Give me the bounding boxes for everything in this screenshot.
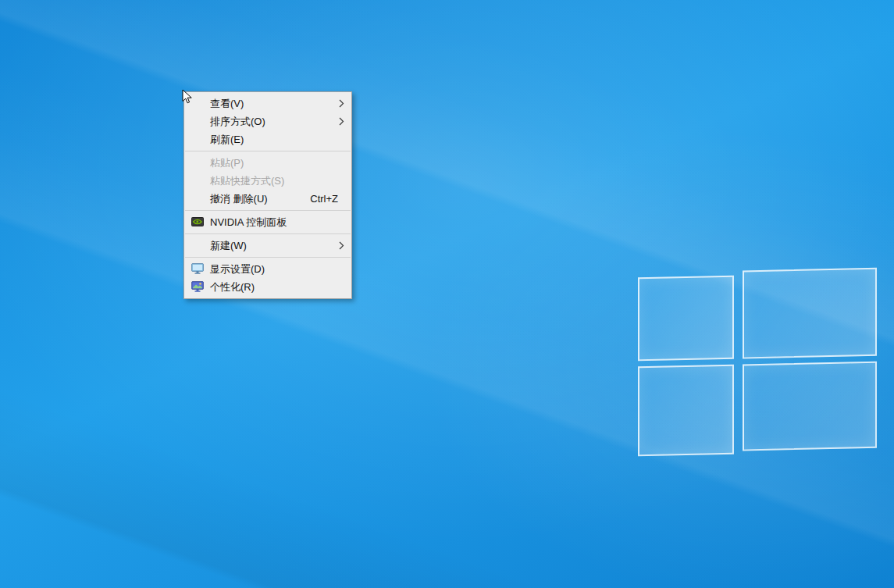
menu-item-label: 撤消 删除(U) bbox=[210, 193, 268, 205]
windows-logo-pane-top-right bbox=[743, 268, 877, 359]
nvidia-icon bbox=[191, 216, 204, 228]
menu-item-personalize[interactable]: 个性化(R) bbox=[184, 278, 351, 296]
desktop[interactable]: 查看(V) 排序方式(O) 刷新(E) 粘贴(P) 粘贴快捷方式(S) 撤消 删… bbox=[0, 0, 894, 588]
chevron-right-icon bbox=[339, 241, 344, 250]
mouse-cursor bbox=[182, 89, 193, 105]
menu-separator bbox=[185, 210, 351, 211]
menu-item-paste: 粘贴(P) bbox=[184, 154, 351, 172]
menu-item-sort-by[interactable]: 排序方式(O) bbox=[184, 112, 351, 130]
menu-item-label: 新建(W) bbox=[210, 240, 247, 251]
menu-item-shortcut: Ctrl+Z bbox=[310, 190, 338, 208]
menu-item-label: 显示设置(D) bbox=[210, 263, 265, 275]
menu-separator bbox=[185, 151, 351, 151]
menu-item-refresh[interactable]: 刷新(E) bbox=[184, 130, 351, 148]
menu-item-label: 查看(V) bbox=[210, 98, 244, 109]
menu-item-undo-delete[interactable]: 撤消 删除(U) Ctrl+Z bbox=[184, 190, 351, 208]
menu-item-label: 排序方式(O) bbox=[210, 116, 265, 127]
windows-logo-pane-top-left bbox=[638, 276, 734, 362]
menu-item-label: NVIDIA 控制面板 bbox=[210, 216, 287, 228]
windows-logo-pane-bottom-right bbox=[743, 362, 877, 451]
menu-item-label: 刷新(E) bbox=[210, 134, 244, 145]
menu-item-view[interactable]: 查看(V) bbox=[184, 94, 351, 112]
chevron-right-icon bbox=[339, 99, 344, 108]
windows-logo-pane-bottom-left bbox=[638, 365, 734, 457]
chevron-right-icon bbox=[339, 117, 344, 126]
menu-item-new[interactable]: 新建(W) bbox=[184, 237, 351, 255]
context-menu: 查看(V) 排序方式(O) 刷新(E) 粘贴(P) 粘贴快捷方式(S) 撤消 删… bbox=[183, 91, 352, 299]
menu-item-display-settings[interactable]: 显示设置(D) bbox=[184, 260, 351, 278]
menu-item-label: 个性化(R) bbox=[210, 281, 255, 293]
menu-item-label: 粘贴快捷方式(S) bbox=[210, 175, 284, 187]
menu-item-label: 粘贴(P) bbox=[210, 157, 244, 169]
display-settings-icon bbox=[191, 262, 204, 275]
menu-item-paste-shortcut: 粘贴快捷方式(S) bbox=[184, 172, 351, 190]
menu-separator bbox=[185, 233, 351, 234]
menu-item-nvidia-control-panel[interactable]: NVIDIA 控制面板 bbox=[184, 213, 351, 231]
menu-separator bbox=[185, 257, 351, 258]
windows-logo bbox=[636, 266, 880, 461]
personalization-icon bbox=[191, 280, 204, 293]
